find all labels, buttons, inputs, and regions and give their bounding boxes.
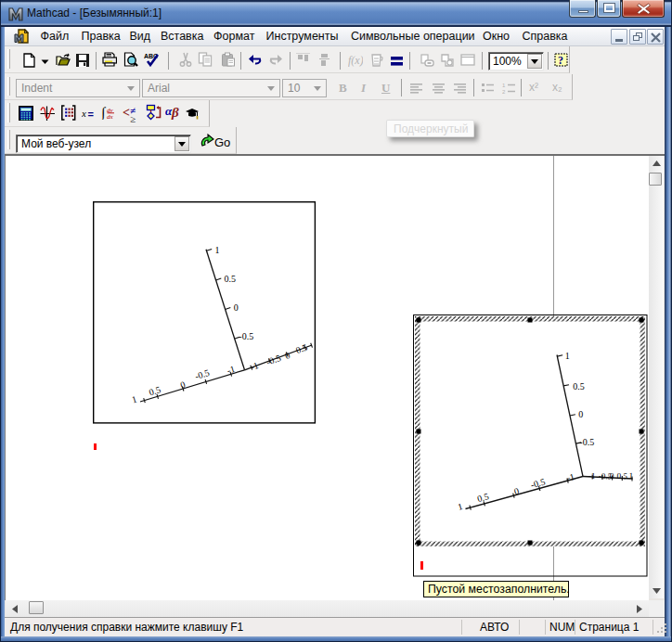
svg-text:=: = <box>88 109 94 120</box>
svg-text:-0.5: -0.5 <box>239 331 253 341</box>
svg-text:x: x <box>82 108 86 119</box>
svg-text:?: ? <box>558 54 563 67</box>
svg-text:0: 0 <box>578 409 583 419</box>
svg-text:0.5: 0.5 <box>225 274 237 284</box>
svg-text:-0.5: -0.5 <box>579 437 594 447</box>
svg-text:1: 1 <box>565 351 570 361</box>
svg-text:f(x): f(x) <box>348 54 363 67</box>
svg-text:<: < <box>123 106 130 120</box>
svg-text:1: 1 <box>628 471 633 481</box>
svg-text:0: 0 <box>234 302 239 313</box>
svg-text:0.5: 0.5 <box>573 381 585 392</box>
svg-text:-1: -1 <box>588 471 596 481</box>
svg-text:1: 1 <box>215 245 220 255</box>
svg-text:β: β <box>171 105 179 120</box>
svg-text:2: 2 <box>502 89 506 95</box>
svg-text:0.5: 0.5 <box>616 471 627 482</box>
svg-text:dx: dx <box>107 113 114 120</box>
svg-text:1: 1 <box>502 83 506 88</box>
svg-text:≥: ≥ <box>130 113 136 122</box>
